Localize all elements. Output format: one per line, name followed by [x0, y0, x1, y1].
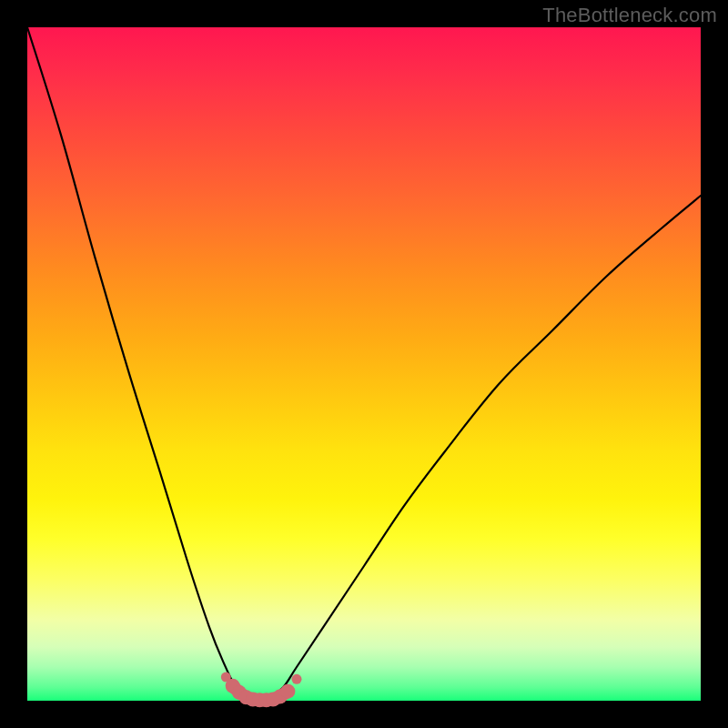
watermark-text: TheBottleneck.com — [542, 4, 717, 27]
bottleneck-chart — [27, 27, 701, 701]
plot-area — [27, 27, 701, 701]
marker-dot — [280, 684, 295, 699]
chart-frame: TheBottleneck.com — [0, 0, 728, 728]
marker-dot — [292, 674, 302, 684]
bottleneck-curve-path — [27, 27, 701, 702]
